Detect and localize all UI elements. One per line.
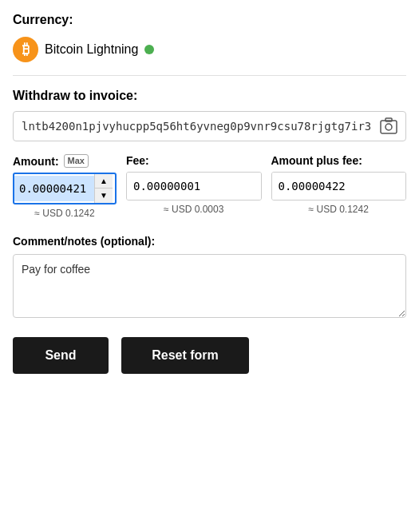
fee-label: Fee: [126,154,149,167]
invoice-input[interactable] [13,111,406,141]
amount-input[interactable] [14,176,94,201]
amount-header: Amount: Max [13,154,117,168]
comment-label: Comment/notes (optional): [13,235,406,248]
camera-scan-button[interactable] [377,115,400,137]
amount-increment-button[interactable]: ▲ [95,174,113,189]
currency-section: Currency: ₿ Bitcoin Lightning [13,13,406,62]
max-badge[interactable]: Max [64,154,89,168]
amount-label: Amount: [13,155,59,168]
amount-usd-approx: ≈ USD 0.1242 [13,208,117,219]
plus-fee-input[interactable] [272,173,406,200]
amount-input-wrapper: ▲ ▼ [13,173,117,204]
svg-point-1 [385,124,392,130]
currency-heading: Currency: [13,13,406,27]
buttons-row: Send Reset form [13,337,406,374]
svg-rect-2 [385,118,392,121]
send-button[interactable]: Send [13,337,109,374]
status-dot [144,45,154,54]
camera-icon [379,117,398,136]
currency-name: Bitcoin Lightning [45,42,138,57]
plus-fee-header: Amount plus fee: [271,154,407,167]
fee-input-wrapper [126,172,262,200]
divider-1 [13,75,406,76]
amount-group: Amount: Max ▲ ▼ ≈ USD 0.1242 [13,154,117,219]
withdraw-heading: Withdraw to invoice: [13,89,406,103]
amount-plus-fee-group: Amount plus fee: ≈ USD 0.1242 [271,154,407,215]
fee-header: Fee: [126,154,262,167]
invoice-input-wrapper [13,111,406,141]
amount-decrement-button[interactable]: ▼ [95,189,113,203]
plus-fee-label: Amount plus fee: [271,154,362,167]
comment-section: Comment/notes (optional): Pay for coffee [13,235,406,321]
btc-icon: ₿ [13,37,38,62]
comment-textarea[interactable]: Pay for coffee [13,254,406,318]
amount-stepper: ▲ ▼ [94,174,113,203]
fee-group: Fee: ≈ USD 0.0003 [126,154,262,215]
withdraw-section: Withdraw to invoice: [13,89,406,141]
fee-usd-approx: ≈ USD 0.0003 [126,204,262,215]
plus-fee-usd-approx: ≈ USD 0.1242 [271,204,407,215]
plus-fee-input-wrapper [271,172,407,200]
svg-rect-0 [381,121,397,133]
amounts-row: Amount: Max ▲ ▼ ≈ USD 0.1242 Fee: ≈ USD … [13,154,406,219]
btc-symbol: ₿ [22,42,30,58]
fee-input[interactable] [127,173,261,200]
reset-form-button[interactable]: Reset form [121,337,249,374]
